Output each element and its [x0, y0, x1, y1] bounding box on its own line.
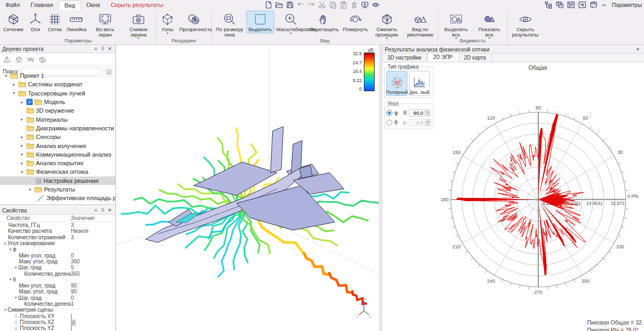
save-button[interactable] — [286, 1, 294, 9]
spinner-input[interactable] — [409, 109, 425, 116]
layout-list-button[interactable] — [567, 1, 575, 9]
results-tab-3D настройки[interactable]: 3D настройки — [382, 54, 427, 62]
expander-icon[interactable]: ▸ — [19, 152, 25, 157]
tree-item-Диаграммы направленности[interactable]: Диаграммы направленности — [0, 124, 115, 133]
tree-item-Эффективная площадь рассеяния[interactable]: Эффективная площадь рассеяния — [0, 194, 115, 202]
expander-icon[interactable]: ▾ — [3, 241, 8, 246]
property-row-Мин угол, град[interactable]: Мин угол, град90 — [0, 283, 115, 289]
property-row-Частота, ГГц[interactable]: Частота, ГГц3 — [0, 222, 115, 228]
spinner-steppers[interactable]: ▲▼ — [426, 119, 430, 126]
expander-icon[interactable]: ▾ — [13, 296, 18, 300]
cube-wire-tool-button[interactable] — [14, 55, 23, 64]
results-tab-2D карта[interactable]: 2D карта — [459, 54, 492, 62]
panel-dock-icon[interactable]: ⠿ — [99, 46, 106, 52]
expander-icon[interactable]: ▾ — [3, 73, 9, 78]
property-row-Количество делений[interactable]: Количество делений360 — [0, 270, 115, 276]
menu-tab-Вид[interactable]: Вид — [58, 1, 81, 10]
hierarchy-button[interactable] — [544, 1, 553, 9]
open-button[interactable] — [275, 1, 283, 9]
tree-item-Системы координат[interactable]: ▸Системы координат — [0, 80, 115, 89]
property-row-Количество отражений[interactable]: Количество отражений3 — [0, 234, 115, 240]
ribbon-button-zoom[interactable]: Масштабировать▾ — [274, 11, 308, 36]
ribbon-button-fit[interactable]: По размеру окна — [213, 11, 246, 38]
expander-icon[interactable]: ▸ — [19, 117, 25, 122]
layout-flip-button[interactable] — [578, 1, 587, 9]
property-row-Количество делений[interactable]: Количество делений1 — [0, 301, 115, 307]
viewport-3d[interactable]: zxy дБ 32.924.716.48.220 — [116, 45, 379, 331]
tree-item-Коммуникационный анализ[interactable]: ▸Коммуникационный анализ — [0, 150, 115, 159]
ribbon-button-grid[interactable]: Сетка — [45, 11, 64, 33]
scene-canvas[interactable]: zxy — [116, 45, 379, 331]
spinner-input[interactable] — [409, 119, 425, 126]
property-row-Плоскость XY[interactable]: Плоскость XY — [0, 313, 115, 319]
panel-menu-icon[interactable]: ≡ — [92, 207, 99, 214]
screen-button[interactable] — [361, 1, 369, 9]
parameters-label[interactable]: Параметры — [612, 2, 642, 8]
layout-stack-button[interactable] — [589, 1, 598, 9]
prism-tool-button[interactable] — [38, 55, 47, 64]
expander-icon[interactable]: ▸ — [11, 82, 17, 87]
expander-icon[interactable]: ▾ — [13, 266, 18, 270]
tree-item-Результаты[interactable]: ▾Результаты — [0, 185, 115, 194]
tree-item-Модель[interactable]: ▸✓Модель — [0, 98, 115, 106]
property-row-Плоскость YZ[interactable]: Плоскость YZ — [0, 325, 115, 331]
ribbon-button-pan[interactable]: Перетащить — [308, 11, 341, 33]
eye-button[interactable] — [371, 1, 380, 9]
ribbon-button-section[interactable]: Сечение — [1, 11, 26, 33]
expander-icon[interactable]: ▸ — [19, 100, 25, 105]
expander-icon[interactable]: ▸ — [19, 135, 25, 139]
ribbon-button-fullscreen[interactable]: Во весь экран — [89, 11, 122, 38]
ribbon-button-rotate[interactable]: Повернуть — [341, 11, 370, 33]
expander-icon[interactable]: ▾ — [8, 277, 13, 282]
panel-menu-icon[interactable]: ≡ — [92, 46, 99, 52]
ribbon-button-axes[interactable]: Оси — [26, 11, 45, 33]
tree-item-Анализ излучения[interactable]: ▸Анализ излучения — [0, 141, 115, 150]
menu-tab-Файл[interactable]: Файл — [0, 1, 25, 10]
ribbon-button-default-view[interactable]: Вид по умолчанию — [404, 11, 437, 38]
angle-radio-θ[interactable] — [386, 120, 392, 126]
property-row-Мин угол, град[interactable]: Мин угол, град0 — [0, 252, 115, 258]
angle-radio-φ[interactable] — [386, 110, 392, 116]
property-row-Плоскость XZ[interactable]: Плоскость XZ✓ — [0, 319, 115, 325]
ribbon-button-transparency[interactable]: Прозрачность — [177, 11, 210, 33]
plot-type-cartesian-plot[interactable]: Дек...вый — [409, 71, 430, 96]
tetra-tool-button[interactable] — [3, 55, 11, 64]
ribbon-button-show-all[interactable]: Показать все▾ — [473, 11, 506, 41]
property-row-Качество расчета[interactable]: Качество расчетаНизкое — [0, 228, 115, 234]
tree-item-Анализ покрытия[interactable]: ▸Анализ покрытия — [0, 159, 115, 167]
ribbon-button-select[interactable]: Выделить — [246, 11, 274, 33]
tree-item-Физическая оптика[interactable]: ▾Физическая оптика — [0, 167, 115, 176]
ribbon-button-ruler[interactable]: Линейка — [64, 11, 89, 33]
expander-icon[interactable]: ▸ — [19, 161, 25, 166]
menu-tab-Главная[interactable]: Главная — [25, 1, 58, 10]
expander-icon[interactable]: ▾ — [3, 308, 8, 312]
undo-button[interactable] — [296, 1, 305, 9]
cut-button[interactable] — [318, 1, 326, 9]
results-close-icon[interactable]: ✕ — [634, 46, 641, 53]
property-row-θ[interactable]: ▾θ — [0, 277, 115, 283]
plot-type-polar-plot[interactable]: Полярный — [386, 71, 407, 96]
property-row-Макс угол, град[interactable]: Макс угол, град360 — [0, 259, 115, 264]
menu-tab-Скрыть результаты[interactable]: Скрыть результаты — [105, 1, 169, 10]
ribbon-button-select-all[interactable]: Выделить все▾ — [440, 11, 473, 41]
property-row-Шаг, град[interactable]: ▾Шаг, град0 — [0, 295, 115, 301]
ribbon-button-camera[interactable]: Снимок экрана▾ — [122, 11, 155, 41]
property-row-Угол сканирования[interactable]: ▾Угол сканирования — [0, 240, 115, 246]
ribbon-button-projection[interactable]: Сменить проекцию▾ — [370, 11, 404, 41]
tree-item-Сенсоры[interactable]: ▸Сенсоры — [0, 133, 115, 141]
ribbon-button-hide-results[interactable]: Скрыть результаты — [509, 11, 542, 38]
delete-button[interactable] — [350, 1, 358, 9]
tree-item-3D окружение[interactable]: 3D окружение — [0, 106, 115, 115]
new-file-button[interactable] — [264, 1, 273, 9]
property-row-φ[interactable]: ▾φ — [0, 246, 115, 252]
expander-icon[interactable]: ▸ — [19, 143, 25, 148]
property-row-Шаг, град[interactable]: ▾Шаг, град5 — [0, 264, 115, 270]
ribbon-button-nodes[interactable]: Узлы▾ — [158, 11, 177, 36]
tree-item-Настройка решения[interactable]: Настройка решения — [0, 176, 115, 185]
panel-dock-icon[interactable]: ⠿ — [99, 207, 106, 214]
property-checkbox[interactable] — [71, 326, 72, 331]
mesh-tool-button[interactable] — [26, 55, 35, 64]
tree-item-Проект 1[interactable]: ▾Проект 1 — [0, 71, 115, 80]
spinner-steppers[interactable]: ▲▼ — [426, 109, 430, 116]
tree-item-Материалы[interactable]: ▸Материалы — [0, 115, 115, 123]
